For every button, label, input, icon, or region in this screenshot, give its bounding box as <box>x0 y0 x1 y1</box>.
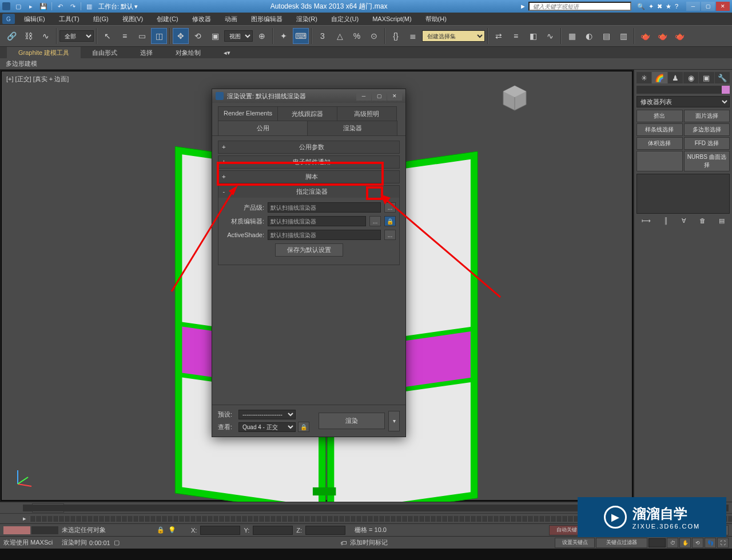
viewport-label[interactable]: [+] [正交] [真实 + 边面] <box>6 75 69 83</box>
view-dropdown[interactable]: Quad 4 - 正交 <box>238 422 296 432</box>
save-icon[interactable]: 💾 <box>39 2 48 11</box>
display-tab-icon[interactable]: ▣ <box>699 72 714 83</box>
align-icon[interactable]: ≡ <box>508 28 524 44</box>
tab-advanced-lighting[interactable]: 高级照明 <box>337 106 397 121</box>
tab-render-elements[interactable]: Render Elements <box>218 106 278 121</box>
ribbon-tab-selection[interactable]: 选择 <box>129 47 164 59</box>
menu-customize[interactable]: 自定义(U) <box>324 13 365 25</box>
spinner-snap-icon[interactable]: ⊙ <box>366 28 382 44</box>
add-time-tag[interactable]: 添加时间标记 <box>350 538 388 547</box>
scale-icon[interactable]: ▣ <box>207 28 223 44</box>
coord-x-field[interactable] <box>200 526 240 535</box>
render-flyout-button[interactable]: ▾ <box>388 411 400 431</box>
curve-editor-icon[interactable]: ∿ <box>542 28 558 44</box>
maximize-button[interactable]: ▢ <box>701 2 715 11</box>
script-listener-icon[interactable]: ▢ <box>114 539 120 546</box>
selection-set-dropdown[interactable]: 创建选择集 <box>422 30 485 42</box>
mod-btn-extrude[interactable]: 挤出 <box>636 110 683 122</box>
object-name-field[interactable] <box>636 86 730 94</box>
window-crossing-icon[interactable]: ◫ <box>151 28 167 44</box>
ribbon-tab-paint[interactable]: 对象绘制 <box>164 47 212 59</box>
select-object-icon[interactable]: ↖ <box>100 28 116 44</box>
tab-common[interactable]: 公用 <box>218 121 308 135</box>
dialog-maximize-button[interactable]: ▢ <box>372 91 387 101</box>
menu-edit[interactable]: 编辑(E) <box>17 13 52 25</box>
nav-pan-icon[interactable]: ✋ <box>679 538 691 548</box>
mod-btn-spline[interactable]: 样条线选择 <box>636 123 683 136</box>
render-setup-icon[interactable]: ▤ <box>598 28 614 44</box>
nav-walk-icon[interactable]: 👣 <box>705 538 716 548</box>
rollout-header-scripts[interactable]: +脚本 <box>218 171 399 183</box>
select-region-icon[interactable]: ▭ <box>134 28 150 44</box>
binoculars-icon[interactable]: 🔍 <box>637 3 645 10</box>
pin-stack-icon[interactable]: ⟼ <box>642 217 651 225</box>
menu-rendering[interactable]: 渲染(R) <box>289 13 324 25</box>
bind-icon[interactable]: ∿ <box>38 28 54 44</box>
minimize-button[interactable]: ─ <box>686 2 700 11</box>
selection-filter-dropdown[interactable]: 全部 <box>59 30 94 42</box>
manipulate-icon[interactable]: ✦ <box>276 28 292 44</box>
select-by-name-icon[interactable]: ≡ <box>117 28 133 44</box>
redo-icon[interactable]: ↷ <box>68 2 77 11</box>
dialog-close-button[interactable]: ✕ <box>387 91 402 101</box>
teapot2-icon[interactable]: 🫖 <box>671 28 687 44</box>
menu-animation[interactable]: 动画 <box>218 13 244 25</box>
lock-view-button[interactable]: 🔒 <box>298 422 309 432</box>
move-icon[interactable]: ✥ <box>173 28 189 44</box>
undo-icon[interactable]: ↶ <box>55 2 65 11</box>
hierarchy-tab-icon[interactable]: ♟ <box>668 72 683 83</box>
percent-snap-icon[interactable]: % <box>349 28 365 44</box>
menu-maxscript[interactable]: MAXScript(M) <box>365 14 418 24</box>
color-swatch[interactable] <box>722 86 730 94</box>
coord-z-field[interactable] <box>305 526 345 535</box>
render-button[interactable]: 渲染 <box>319 413 385 429</box>
menu-create[interactable]: 创建(C) <box>150 13 185 25</box>
menu-view[interactable]: 视图(V) <box>116 13 150 25</box>
current-frame-field[interactable] <box>649 538 666 547</box>
preset-dropdown[interactable]: --------------------- <box>238 410 296 419</box>
close-button[interactable]: ✕ <box>716 2 730 11</box>
open-icon[interactable]: ▸ <box>26 2 35 11</box>
angle-snap-icon[interactable]: △ <box>332 28 348 44</box>
dialog-minimize-button[interactable]: ─ <box>356 91 371 101</box>
render-production-icon[interactable]: 🫖 <box>637 28 653 44</box>
time-tag-icon[interactable]: 🏷 <box>340 539 347 546</box>
selection-sets-icon[interactable]: ≣ <box>405 28 421 44</box>
modifier-list-dropdown[interactable]: 修改器列表 <box>636 96 730 107</box>
menu-help[interactable]: 帮助(H) <box>419 13 453 25</box>
menu-graph-editors[interactable]: 图形编辑器 <box>244 13 289 25</box>
named-sets-icon[interactable]: {} <box>388 28 404 44</box>
keyboard-shortcut-icon[interactable]: ⌨ <box>293 28 309 44</box>
mod-btn-blank[interactable] <box>636 151 683 171</box>
rollout-header-common[interactable]: +公用参数 <box>218 141 399 153</box>
ribbon-tab-graphite[interactable]: Graphite 建模工具 <box>7 47 81 59</box>
render-frame-icon[interactable]: ▥ <box>615 28 631 44</box>
menu-modifiers[interactable]: 修改器 <box>185 13 218 25</box>
make-unique-icon[interactable]: ∀ <box>682 217 686 225</box>
mod-btn-patch[interactable]: 面片选择 <box>684 110 730 122</box>
coord-y-field[interactable] <box>253 526 293 535</box>
mirror-icon[interactable]: ⇄ <box>491 28 507 44</box>
pivot-icon[interactable]: ⊕ <box>254 28 270 44</box>
show-end-icon[interactable]: ║ <box>664 217 669 225</box>
coord-system-dropdown[interactable]: 视图 <box>224 30 253 42</box>
new-icon[interactable]: ▢ <box>14 2 23 11</box>
rollout-header-email[interactable]: +电子邮件通知 <box>218 156 399 168</box>
configure-icon[interactable]: ▤ <box>719 217 725 225</box>
search-input[interactable] <box>528 2 631 11</box>
signin-icon[interactable]: ✦ <box>649 3 654 10</box>
unlink-icon[interactable]: ⛓ <box>21 28 37 44</box>
dialog-titlebar[interactable]: 渲染设置: 默认扫描线渲染器 ─ ▢ ✕ <box>212 89 405 103</box>
project-icon[interactable]: ▥ <box>85 2 94 11</box>
rotate-icon[interactable]: ⟲ <box>190 28 206 44</box>
ribbon-panel-label[interactable]: 多边形建模 <box>6 59 37 68</box>
link-icon[interactable]: 🔗 <box>3 28 19 44</box>
time-config-icon[interactable]: ⏱ <box>667 538 678 548</box>
set-key-button[interactable]: 设置关键点 <box>555 538 595 548</box>
utilities-tab-icon[interactable]: 🔧 <box>715 72 730 83</box>
modifier-stack[interactable] <box>636 174 730 214</box>
favorite-icon[interactable]: ★ <box>666 3 671 10</box>
tab-raytracer[interactable]: 光线跟踪器 <box>277 106 337 121</box>
layer-icon[interactable]: ◧ <box>525 28 541 44</box>
material-editor-icon[interactable]: ◐ <box>581 28 597 44</box>
